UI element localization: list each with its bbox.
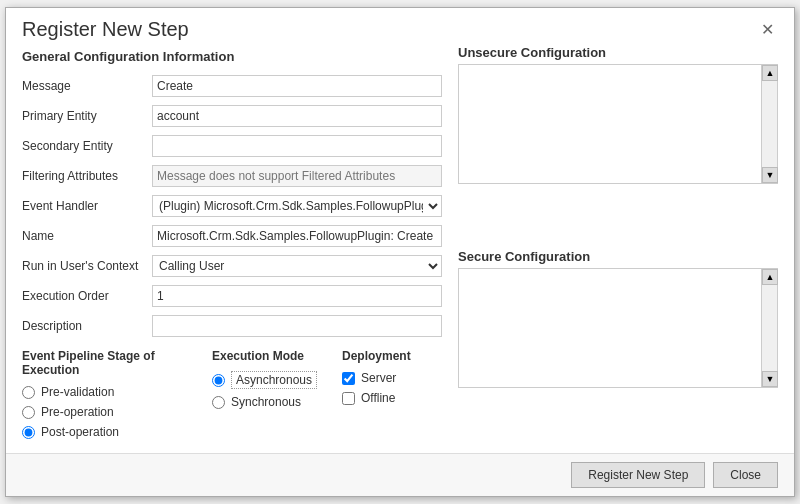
run-context-row: Run in User's Context Calling User <box>22 254 442 278</box>
primary-entity-control <box>152 105 442 127</box>
unsecure-scroll-track <box>762 81 777 167</box>
name-control <box>152 225 442 247</box>
secure-textarea[interactable] <box>459 269 761 387</box>
general-section-title: General Configuration Information <box>22 49 442 64</box>
message-control <box>152 75 442 97</box>
dialog-body: General Configuration Information Messag… <box>6 45 794 453</box>
pre-validation-row: Pre-validation <box>22 385 212 399</box>
async-label: Asynchronous <box>231 371 317 389</box>
unsecure-scroll-up[interactable]: ▲ <box>762 65 778 81</box>
unsecure-scrollbar: ▲ ▼ <box>761 65 777 183</box>
filtering-control <box>152 165 442 187</box>
exec-mode-col: Execution Mode Asynchronous Synchronous <box>212 349 342 445</box>
post-operation-radio[interactable] <box>22 426 35 439</box>
name-input[interactable] <box>152 225 442 247</box>
register-new-step-button[interactable]: Register New Step <box>571 462 705 488</box>
event-handler-row: Event Handler (Plugin) Microsoft.Crm.Sdk… <box>22 194 442 218</box>
message-input[interactable] <box>152 75 442 97</box>
execution-order-input[interactable] <box>152 285 442 307</box>
unsecure-title: Unsecure Configuration <box>458 45 778 60</box>
secondary-entity-row: Secondary Entity <box>22 134 442 158</box>
secondary-entity-control <box>152 135 442 157</box>
name-row: Name <box>22 224 442 248</box>
filtering-input[interactable] <box>152 165 442 187</box>
async-radio[interactable] <box>212 374 225 387</box>
pipeline-section: Event Pipeline Stage of Execution Pre-va… <box>22 349 442 445</box>
exec-mode-title: Execution Mode <box>212 349 342 363</box>
name-label: Name <box>22 229 152 243</box>
sync-radio[interactable] <box>212 396 225 409</box>
right-panel-inner: Unsecure Configuration ▲ ▼ Secure Config… <box>458 45 778 445</box>
register-step-dialog: Register New Step ✕ General Configuratio… <box>5 7 795 497</box>
run-context-label: Run in User's Context <box>22 259 152 273</box>
unsecure-config-box: ▲ ▼ <box>458 64 778 184</box>
primary-entity-row: Primary Entity <box>22 104 442 128</box>
deployment-title: Deployment <box>342 349 442 363</box>
secure-scroll-down[interactable]: ▼ <box>762 371 778 387</box>
secure-scroll-up[interactable]: ▲ <box>762 269 778 285</box>
description-label: Description <box>22 319 152 333</box>
description-control <box>152 315 442 337</box>
post-operation-label: Post-operation <box>41 425 119 439</box>
left-panel: General Configuration Information Messag… <box>22 45 442 445</box>
pipeline-col: Event Pipeline Stage of Execution Pre-va… <box>22 349 212 445</box>
server-checkbox[interactable] <box>342 372 355 385</box>
sync-row: Synchronous <box>212 395 342 409</box>
secure-config-box: ▲ ▼ <box>458 268 778 388</box>
filtering-label: Filtering Attributes <box>22 169 152 183</box>
offline-label: Offline <box>361 391 395 405</box>
execution-order-row: Execution Order <box>22 284 442 308</box>
filtering-row: Filtering Attributes <box>22 164 442 188</box>
sync-label: Synchronous <box>231 395 301 409</box>
secondary-entity-input[interactable] <box>152 135 442 157</box>
offline-row: Offline <box>342 391 442 405</box>
unsecure-scroll-down[interactable]: ▼ <box>762 167 778 183</box>
pre-validation-label: Pre-validation <box>41 385 114 399</box>
server-label: Server <box>361 371 396 385</box>
event-handler-label: Event Handler <box>22 199 152 213</box>
title-bar: Register New Step ✕ <box>6 8 794 45</box>
execution-order-control <box>152 285 442 307</box>
unsecure-textarea[interactable] <box>459 65 761 183</box>
pre-operation-row: Pre-operation <box>22 405 212 419</box>
execution-order-label: Execution Order <box>22 289 152 303</box>
right-panel: Unsecure Configuration ▲ ▼ Secure Config… <box>458 45 778 445</box>
primary-entity-input[interactable] <box>152 105 442 127</box>
secure-scrollbar: ▲ ▼ <box>761 269 777 387</box>
footer-bar: Register New Step Close <box>6 453 794 496</box>
close-button[interactable]: Close <box>713 462 778 488</box>
server-row: Server <box>342 371 442 385</box>
deployment-col: Deployment Server Offline <box>342 349 442 445</box>
offline-checkbox[interactable] <box>342 392 355 405</box>
secure-scroll-track <box>762 285 777 371</box>
run-context-control: Calling User <box>152 255 442 277</box>
pre-validation-radio[interactable] <box>22 386 35 399</box>
async-row: Asynchronous <box>212 371 342 389</box>
pre-operation-label: Pre-operation <box>41 405 114 419</box>
event-handler-select[interactable]: (Plugin) Microsoft.Crm.Sdk.Samples.Follo… <box>152 195 442 217</box>
pipeline-title: Event Pipeline Stage of Execution <box>22 349 212 377</box>
unsecure-section: Unsecure Configuration ▲ ▼ <box>458 45 778 241</box>
description-row: Description <box>22 314 442 338</box>
secondary-entity-label: Secondary Entity <box>22 139 152 153</box>
message-label: Message <box>22 79 152 93</box>
pre-operation-radio[interactable] <box>22 406 35 419</box>
dialog-title: Register New Step <box>22 18 189 41</box>
message-row: Message <box>22 74 442 98</box>
primary-entity-label: Primary Entity <box>22 109 152 123</box>
secure-title: Secure Configuration <box>458 249 778 264</box>
description-input[interactable] <box>152 315 442 337</box>
event-handler-control: (Plugin) Microsoft.Crm.Sdk.Samples.Follo… <box>152 195 442 217</box>
post-operation-row: Post-operation <box>22 425 212 439</box>
secure-section: Secure Configuration ▲ ▼ <box>458 249 778 445</box>
run-context-select[interactable]: Calling User <box>152 255 442 277</box>
close-x-button[interactable]: ✕ <box>757 20 778 40</box>
